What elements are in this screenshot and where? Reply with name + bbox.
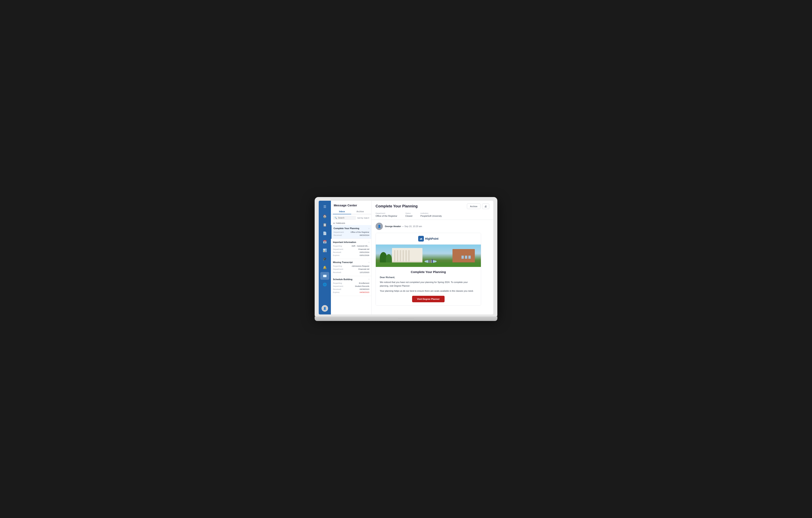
sidebar-item-documents[interactable]: 📄 [320,229,329,237]
sidebar-item-messages[interactable]: ✉️ [320,272,329,280]
regarding-label: Regarding: [333,244,342,247]
regarding-value: Enrollement [359,281,369,284]
threads-count: 11 THREADS [331,221,371,225]
logo-icon [418,236,424,242]
thread-title: Complete Your Planning [334,227,369,229]
thread-item[interactable]: Important Information › Regarding: ISIR … [331,239,371,259]
sent-date: — [402,225,404,227]
search-icon: 🔍 [335,217,337,219]
sent-datetime: Sep 10, 10:20 am [404,225,422,227]
message-threads: Complete Your Planning › Department: Off… [331,225,371,315]
email-title: Complete Your Planning [380,270,477,274]
sidebar-item-calendar[interactable]: 📅 [320,238,329,246]
print-button[interactable]: 🖨 [482,203,489,209]
sidebar-item-web[interactable]: 🌐 [320,280,329,288]
expires-label: Expires: [333,291,340,294]
received-value: 03/28/2023 [359,288,369,291]
message-detail-title: Complete Your Planning [376,204,417,209]
thread-title: Important Information [333,241,369,243]
regarding-label: Regarding: [333,265,342,268]
dept-value: Financial Aid [358,268,369,271]
sender-row: 👤 George Amalor — Sep 10, 10:20 am [376,223,489,230]
thread-detail-row: Received: 03/28/2023 [333,288,369,291]
status-value: Closed [405,215,412,217]
tree-left2 [386,254,392,263]
sort-chevron-icon: ▾ [368,217,369,219]
expires-value: 03/01/2026 [359,254,369,257]
window [468,255,471,259]
thread-chevron-icon: › [369,227,369,229]
meta-institution: Institution: PeopleSoft University [420,212,442,217]
thread-details: Regarding: ISIR - General Info... Depart… [333,244,369,257]
email-sub-text: Your planning helps us do our best to en… [380,289,477,293]
column [405,250,407,263]
search-input[interactable] [338,217,354,219]
thread-detail-row: Received: 03/01/2024 [333,251,369,254]
menu-icon[interactable]: ☰ [322,203,327,210]
received-value: 03/01/2024 [359,251,369,254]
thread-title: Missing Transcript [333,261,369,264]
thread-title: Schedule Building [333,278,369,280]
received-value: 12/12/2023 [359,271,369,274]
figures [429,259,433,263]
tab-archive[interactable]: Archive [351,209,370,214]
institution-label: Institution: [420,212,442,214]
dept-value: Financial Aid [358,248,369,251]
thread-detail-row: Regarding: Admissions Request [333,265,369,268]
expires-value: 04/06/2023 [359,291,369,294]
regarding-value: Admissions Request [352,265,369,268]
message-meta: Department: Office of the Registrar Stat… [372,211,493,220]
dept-label: Department: [334,230,344,234]
thread-header: Missing Transcript › [333,261,369,264]
thread-chevron-icon: › [369,261,369,264]
figure [430,260,431,263]
grass [376,263,481,267]
figure [432,259,433,263]
sort-label: Sort by: [357,217,364,219]
sidebar-item-degree[interactable]: 🎓 [320,255,329,263]
thread-detail-row: Department: Office of the Registrar [334,230,369,234]
regarding-value: ISIR - General Info... [352,244,369,247]
thread-item[interactable]: Schedule Building › Regarding: Enrolleme… [331,276,371,296]
email-body-text: We noticed that you have not completed y… [380,280,477,288]
thread-item[interactable]: Missing Transcript › Regarding: Admissio… [331,259,371,276]
institution-value: PeopleSoft University [420,215,442,217]
meta-dept: Department: Office of the Registrar [376,212,397,217]
sidebar-item-courses[interactable]: 📋 [320,221,329,228]
thread-detail-row: Department: Financial Aid [333,268,369,271]
thread-item[interactable]: Complete Your Planning › Department: Off… [331,225,371,239]
thread-detail-row: Department: Financial Aid [333,248,369,251]
thread-header: Schedule Building › [333,278,369,280]
sidebar-nav: ☰ 🏠 📋 📄 📅 📊 🎓 🔔 ✉️ 🌐 [320,203,329,305]
thread-chevron-icon: › [369,278,369,280]
message-detail-header: Complete Your Planning Archive 🖨 [372,201,493,211]
thread-detail-row: Received: 08/20/2024 [334,234,369,237]
sidebar: ☰ 🏠 📋 📄 📅 📊 🎓 🔔 ✉️ 🌐 👤 [319,201,331,315]
archive-button[interactable]: Archive [467,203,481,209]
sort-by[interactable]: Sort by: Date ▾ [357,217,369,219]
visit-degree-planner-button[interactable]: Visit Degree Planner [412,296,444,302]
sidebar-item-grades[interactable]: 📊 [320,246,329,254]
laptop-notch [398,319,414,320]
message-list-panel: Message Center Inbox Archive 🔍 Sort by: … [331,201,372,315]
columns-group [394,250,410,263]
thread-detail-row: Regarding: ISIR - General Info... [333,244,369,247]
window [461,255,464,259]
sidebar-item-notifications[interactable]: 🔔 [320,264,329,271]
thread-detail-row: Expires: 04/06/2023 [333,291,369,294]
received-label: Received: [333,288,342,291]
dept-label: Department: [333,284,344,288]
campus-scene [376,245,481,267]
column [408,250,410,263]
sidebar-item-home[interactable]: 🏠 [320,212,329,220]
tab-inbox[interactable]: Inbox [333,209,351,214]
meta-status: Status: Closed [405,212,412,217]
email-body-content: Complete Your Planning Dear Richard, We … [376,267,481,305]
regarding-label: Regarding: [333,281,342,284]
received-label: Received: [333,271,342,274]
sidebar-bottom: 👤 [322,305,328,311]
user-avatar[interactable]: 👤 [322,305,328,311]
search-sort-row: 🔍 Sort by: Date ▾ [331,214,371,221]
thread-details: Department: Office of the Registrar Rece… [334,230,369,237]
received-value: 08/20/2024 [359,234,369,237]
